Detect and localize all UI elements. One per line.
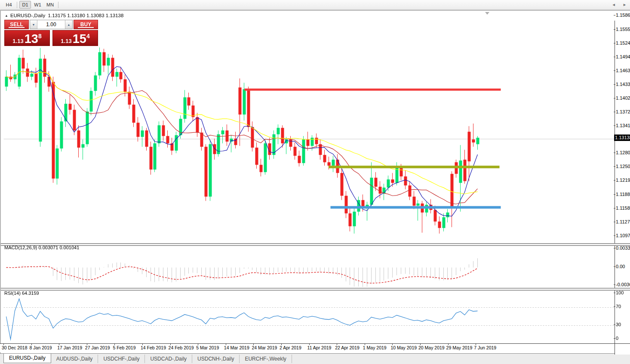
rsi-label: RSI(14) 64.3159 — [4, 291, 39, 296]
sell-button[interactable]: SELL — [4, 20, 29, 29]
macd-label: MACD(12,26,9) 0.003071 0.001041 — [4, 245, 79, 250]
price-axis-value: 1.12805 — [616, 150, 630, 155]
buy-price-pip: 4 — [86, 33, 90, 40]
sell-price-big: 13 — [25, 33, 38, 44]
time-axis-value: 24 Mar 2019 — [252, 345, 277, 350]
time-axis-value: 27 Jan 2019 — [85, 345, 110, 350]
price-axis-tick — [614, 57, 615, 57]
chart-tab-bar: EURUSD-,DailyAUDUSD-,DailyUSDCHF-,DailyU… — [0, 353, 630, 364]
price-axis-value: 1.15860 — [616, 12, 630, 18]
macd-axis-value: 0.00 — [616, 264, 625, 269]
volume-input[interactable] — [37, 20, 65, 29]
tab-eurchf-weekly[interactable]: EURCHF-,Weekly — [240, 355, 292, 363]
pane-splitter-rsi[interactable] — [1, 288, 630, 291]
price-axis-value: 1.11885 — [616, 192, 630, 197]
sell-price-display[interactable]: 1.13 13 8 — [4, 30, 50, 46]
price-axis-value: 1.15550 — [616, 27, 630, 32]
price-axis-value: 1.12195 — [616, 177, 630, 183]
rsi-axis-value: 100 — [616, 290, 624, 295]
chart-symbol-label: EURUSD-,Daily — [10, 13, 45, 18]
time-axis-value: 17 Jan 2019 — [57, 345, 82, 350]
time-axis-value: 22 Apr 2019 — [335, 345, 360, 350]
timeframe-button-w1[interactable]: W1 — [32, 1, 43, 9]
buy-button[interactable]: BUY — [74, 20, 98, 29]
time-axis-value: 10 May 2019 — [390, 345, 417, 350]
tab-scroll-arrows: ◄ ► — [606, 3, 627, 7]
toolbar-separator — [17, 2, 17, 8]
price-axis-tick — [614, 70, 615, 71]
time-axis-value: 1 May 2019 — [363, 345, 387, 350]
price-axis-tick — [614, 236, 615, 236]
buy-price-display[interactable]: 1.13 15 4 — [52, 30, 98, 46]
volume-decrease-icon[interactable]: ▼ — [30, 20, 37, 29]
price-axis-value: 1.11275 — [616, 219, 630, 224]
price-axis-tick — [614, 208, 615, 208]
rsi-axis-tick — [614, 306, 615, 307]
timeframe-button-mn[interactable]: MN — [44, 1, 56, 9]
buy-price-big: 15 — [73, 33, 86, 44]
macd-indicator-canvas[interactable] — [3, 246, 615, 288]
rsi-axis-value: 70 — [616, 304, 621, 309]
price-axis-tick — [614, 15, 615, 15]
sell-button-label: SELL — [10, 21, 23, 28]
price-axis-tick — [614, 98, 615, 98]
tab-usdcad-daily[interactable]: USDCAD-,Daily — [145, 355, 192, 363]
rsi-axis-tick — [614, 338, 615, 339]
sell-price-prefix: 1.13 — [12, 38, 23, 44]
price-axis-tick — [614, 222, 615, 222]
buy-price-prefix: 1.13 — [61, 38, 71, 44]
rsi-axis-tick — [614, 293, 615, 293]
price-axis-tick — [614, 29, 615, 30]
time-axis-border — [0, 343, 630, 344]
price-axis-value: 1.12500 — [616, 164, 630, 169]
time-axis-value: 11 Apr 2019 — [307, 345, 332, 350]
price-axis-tick — [614, 125, 615, 126]
tab-usdcnh-daily[interactable]: USDCNH-,Daily — [192, 355, 240, 363]
price-axis-tick — [614, 194, 615, 195]
price-axis-value: 1.14025 — [616, 95, 630, 101]
rsi-axis-tick — [614, 324, 615, 325]
chart-ohlc-values: 1.13175 1.13180 1.13083 1.13138 — [48, 13, 124, 18]
rsi-indicator-canvas[interactable] — [3, 290, 615, 344]
collapse-trade-panel-icon[interactable]: ▲ — [5, 14, 8, 18]
volume-stepper: ▼ ▲ — [30, 20, 73, 29]
one-click-trade-panel: SELL ▼ ▲ BUY 1.13 13 8 1.13 15 4 — [4, 20, 98, 29]
time-axis-value: 5 Feb 2019 — [113, 345, 135, 350]
price-axis-value: 1.14635 — [616, 68, 630, 73]
tab-usdchf-daily[interactable]: USDCHF-,Daily — [98, 355, 145, 363]
price-axis-value: 1.14940 — [616, 54, 630, 59]
price-axis-tick — [614, 153, 615, 153]
price-axis-value: 1.13720 — [616, 109, 630, 114]
chart-shift-marker-icon[interactable] — [485, 12, 489, 15]
macd-axis-value: 0.003392 — [616, 245, 630, 251]
tab-scroll-right-icon[interactable]: ► — [623, 3, 627, 7]
tab-eurusd-daily[interactable]: EURUSD-,Daily — [3, 354, 51, 363]
time-axis-value: 24 Feb 2019 — [169, 345, 194, 350]
price-chart-canvas[interactable] — [3, 13, 615, 243]
price-axis-tick — [614, 43, 615, 43]
time-axis-value: 2 Apr 2019 — [280, 345, 301, 350]
volume-increase-icon[interactable]: ▲ — [65, 20, 72, 29]
trading-platform-window: H4D1W1MN ▲ EURUSD-,Daily 1.13175 1.13180… — [0, 0, 630, 364]
price-axis-value: 1.11580 — [616, 205, 630, 211]
time-axis-value: 7 Jun 2019 — [474, 345, 496, 350]
timeframe-button-d1[interactable]: D1 — [19, 1, 31, 9]
tab-scroll-left-icon[interactable]: ◄ — [612, 3, 616, 7]
sell-price-pip: 8 — [38, 33, 42, 40]
rsi-axis-value: 30 — [616, 322, 621, 327]
price-axis-value: 1.15245 — [616, 40, 630, 46]
pane-splitter-macd[interactable] — [1, 243, 630, 246]
buy-button-label: BUY — [80, 21, 91, 28]
time-axis-value: 5 Mar 2019 — [196, 345, 219, 350]
sell-underline — [9, 27, 25, 28]
time-axis-value: 14 Feb 2019 — [141, 345, 166, 350]
macd-axis-tick — [614, 248, 615, 248]
current-price-badge: 1.13138 — [614, 135, 630, 141]
timeframe-button-h4[interactable]: H4 — [3, 1, 15, 9]
tab-audusd-daily[interactable]: AUDUSD-,Daily — [51, 355, 98, 363]
price-axis-tick — [614, 166, 615, 167]
time-axis-value: 8 Jan 2019 — [30, 345, 52, 350]
time-axis[interactable]: 30 Dec 20188 Jan 201917 Jan 201927 Jan 2… — [0, 343, 614, 352]
chart-window — [0, 10, 630, 353]
toolbar-separator — [58, 2, 58, 8]
